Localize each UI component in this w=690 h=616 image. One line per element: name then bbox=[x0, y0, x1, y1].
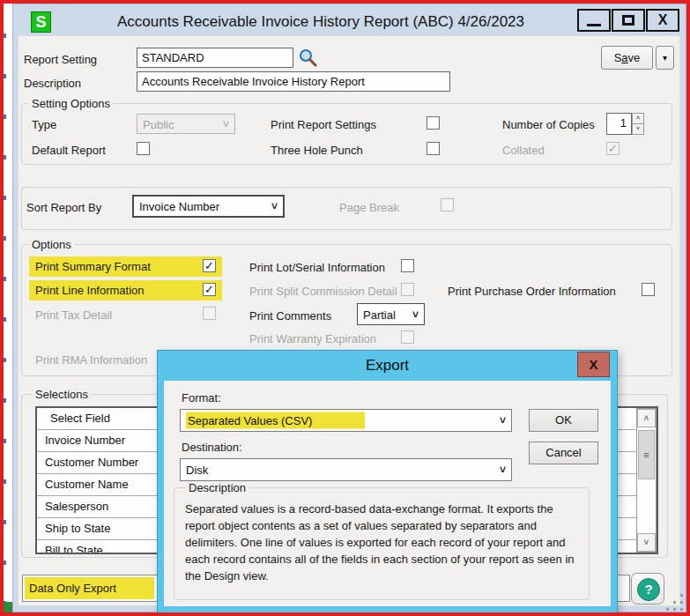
screenshot-canvas: S Accounts Receivable Invoice History Re… bbox=[0, 0, 690, 616]
export-dialog-title: Export bbox=[158, 357, 617, 375]
collated-checkbox: ✓ bbox=[606, 142, 620, 155]
print-summary-format-checkbox[interactable]: ✓ bbox=[203, 259, 216, 272]
report-setting-input[interactable]: STANDARD bbox=[137, 48, 293, 68]
description-label: Description bbox=[24, 77, 81, 90]
page-break-label: Page Break bbox=[339, 201, 399, 214]
export-description-group-label: Description bbox=[185, 481, 249, 494]
print-tax-detail-checkbox bbox=[203, 307, 216, 320]
export-dialog: Export X Format: Separated Values (CSV) … bbox=[157, 350, 618, 616]
check-icon: ✓ bbox=[204, 284, 215, 295]
export-description-text: Separated values is a record-based data-… bbox=[185, 501, 583, 584]
dropdown-arrow-icon: ▾ bbox=[663, 53, 667, 63]
chevron-down-icon: ˅ bbox=[500, 414, 506, 427]
copies-spinner-down[interactable]: ˅ bbox=[632, 123, 644, 135]
chevron-down-icon: ˅ bbox=[500, 464, 506, 476]
report-setting-label: Report Setting bbox=[24, 53, 97, 66]
print-split-commission-label: Print Split Commission Detail bbox=[249, 285, 397, 298]
search-icon[interactable] bbox=[298, 48, 317, 68]
scroll-up-icon: ˄ bbox=[644, 413, 649, 423]
format-label: Format: bbox=[182, 391, 221, 404]
scrollbar-up-button[interactable]: ˄ bbox=[637, 409, 656, 427]
type-combobox: Public ˅ bbox=[137, 114, 235, 134]
print-line-information-highlight: Print Line Information bbox=[29, 280, 222, 301]
selections-group-label: Selections bbox=[32, 388, 92, 401]
check-icon: ✓ bbox=[607, 143, 619, 154]
export-close-button[interactable]: X bbox=[577, 352, 610, 377]
chevron-down-icon: ˅ bbox=[223, 118, 229, 130]
print-summary-format-highlight: Print Summary Format bbox=[29, 256, 222, 277]
cancel-button[interactable]: Cancel bbox=[529, 442, 598, 464]
sort-report-by-label: Sort Report By bbox=[26, 201, 101, 214]
default-report-checkbox[interactable] bbox=[137, 142, 150, 155]
collated-label: Collated bbox=[502, 144, 545, 157]
minimize-icon bbox=[587, 24, 601, 26]
options-group-label: Options bbox=[28, 238, 75, 251]
scrollbar-down-button[interactable]: ˅ bbox=[637, 533, 656, 552]
save-button[interactable]: Save bbox=[601, 46, 653, 70]
export-dialog-body: Format: Separated Values (CSV) ˅ OK Dest… bbox=[164, 381, 611, 606]
sort-report-by-combobox[interactable]: Invoice Number ˅ bbox=[132, 195, 285, 218]
print-purchase-order-checkbox[interactable] bbox=[642, 283, 655, 296]
page-break-checkbox bbox=[441, 198, 454, 212]
print-report-settings-label: Print Report Settings bbox=[271, 118, 376, 131]
format-combobox[interactable]: Separated Values (CSV) ˅ bbox=[180, 409, 512, 432]
print-comments-label: Print Comments bbox=[249, 309, 331, 323]
scroll-down-icon: ˅ bbox=[644, 538, 649, 547]
spinner-up-icon: ˄ bbox=[636, 114, 641, 122]
print-tax-detail-label: Print Tax Detail bbox=[35, 308, 112, 322]
resize-grip[interactable] bbox=[666, 608, 669, 611]
print-split-commission-checkbox bbox=[401, 283, 414, 296]
three-hole-punch-checkbox[interactable] bbox=[427, 142, 440, 155]
default-report-label: Default Report bbox=[32, 144, 106, 157]
print-warranty-expiration-checkbox bbox=[401, 330, 414, 344]
data-only-export-highlight: Data Only Export bbox=[25, 577, 154, 599]
maximize-icon bbox=[622, 15, 634, 26]
check-icon: ✓ bbox=[204, 260, 215, 271]
three-hole-punch-label: Three Hole Punch bbox=[271, 144, 363, 157]
number-of-copies-label: Number of Copies bbox=[502, 118, 595, 131]
print-purchase-order-label: Print Purchase Order Information bbox=[448, 285, 616, 298]
print-report-settings-checkbox[interactable] bbox=[427, 116, 440, 130]
print-warranty-expiration-label: Print Warranty Expiration bbox=[249, 332, 376, 345]
destination-label: Destination: bbox=[182, 441, 242, 454]
chevron-down-icon: ˅ bbox=[412, 308, 419, 321]
number-of-copies-input[interactable]: 1 bbox=[606, 113, 632, 135]
print-rma-information-label: Print RMA Information bbox=[35, 353, 147, 367]
print-lot-serial-label: Print Lot/Serial Information bbox=[249, 261, 385, 274]
print-lot-serial-checkbox[interactable] bbox=[401, 259, 414, 272]
grip-icon: ≡ bbox=[643, 449, 649, 460]
print-comments-combobox[interactable]: Partial ˅ bbox=[357, 303, 425, 325]
spinner-down-icon: ˅ bbox=[636, 124, 641, 132]
main-titlebar: S Accounts Receivable Invoice History Re… bbox=[12, 4, 686, 35]
print-line-information-label: Print Line Information bbox=[35, 284, 145, 297]
sage-app-icon: S bbox=[31, 11, 51, 33]
print-line-information-checkbox[interactable]: ✓ bbox=[203, 283, 216, 296]
close-button[interactable]: X bbox=[646, 9, 679, 32]
minimize-button[interactable] bbox=[577, 9, 611, 32]
save-dropdown-button[interactable]: ▾ bbox=[656, 46, 674, 70]
setting-options-group-label: Setting Options bbox=[28, 97, 114, 110]
scrollbar-thumb[interactable]: ≡ bbox=[638, 430, 655, 479]
help-icon: ? bbox=[637, 578, 660, 601]
help-button[interactable]: ? bbox=[631, 573, 664, 605]
print-summary-format-label: Print Summary Format bbox=[35, 260, 151, 273]
type-label: Type bbox=[32, 118, 56, 131]
window-title: Accounts Receivable Invoice History Repo… bbox=[65, 13, 576, 31]
maximize-button[interactable] bbox=[612, 9, 645, 32]
data-only-export-label: Data Only Export bbox=[29, 582, 116, 595]
ok-button[interactable]: OK bbox=[529, 409, 598, 432]
description-input[interactable]: Accounts Receivable Invoice History Repo… bbox=[137, 71, 450, 92]
selections-scrollbar[interactable]: ˄ ≡ ˅ bbox=[636, 408, 657, 553]
chevron-down-icon: ˅ bbox=[271, 200, 278, 212]
destination-combobox[interactable]: Disk ˅ bbox=[180, 458, 512, 481]
